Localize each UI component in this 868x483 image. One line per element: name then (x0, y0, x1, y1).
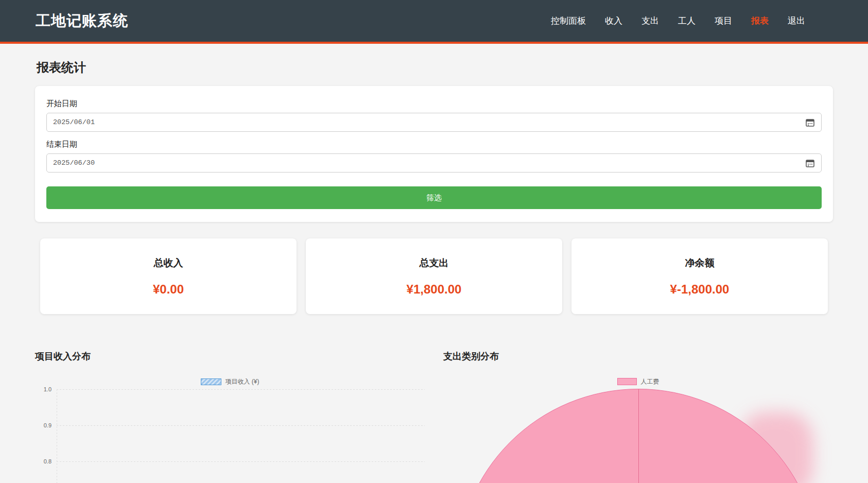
bar-chart-title: 项目收入分布 (35, 350, 425, 363)
y-tick-label: 0.9 (35, 422, 51, 428)
gridline (57, 461, 425, 462)
bar-legend-swatch-icon (201, 378, 221, 385)
top-navbar: 工地记账系统 控制面板 收入 支出 工人 项目 报表 退出 (0, 0, 868, 44)
pie-chart-legend[interactable]: 人工费 (443, 378, 833, 385)
nav-li: 控制面板 (551, 15, 586, 27)
nav-li: 收入 (605, 15, 622, 27)
summary-card-net-balance: 净余额 ¥-1,800.00 (571, 238, 828, 314)
nav-item-income[interactable]: 收入 (605, 16, 622, 26)
start-date-label: 开始日期 (46, 99, 822, 109)
pie-legend-swatch-icon (617, 378, 637, 385)
pie-legend-label: 人工费 (641, 377, 659, 386)
app-brand: 工地记账系统 (36, 11, 128, 31)
start-date-field (46, 113, 822, 132)
nav-menu: 控制面板 收入 支出 工人 项目 报表 退出 (551, 15, 805, 27)
charts-row: 项目收入分布 项目收入 (¥) 1.0 0.9 0.8 支出类别分布 人工费 (35, 350, 833, 483)
gridline (57, 389, 425, 390)
date-filter-card: 开始日期 结束日期 (35, 86, 833, 222)
nav-li: 退出 (788, 15, 805, 27)
nav-li: 项目 (715, 15, 732, 27)
summary-cards-row: 总收入 ¥0.00 总支出 ¥1,800.00 净余额 ¥-1,800.00 (35, 238, 833, 314)
y-axis (57, 389, 57, 483)
nav-item-dashboard[interactable]: 控制面板 (551, 16, 586, 26)
summary-title: 总支出 (306, 256, 562, 270)
start-date-input[interactable] (46, 113, 822, 132)
calendar-icon[interactable] (806, 118, 814, 127)
nav-li: 支出 (641, 15, 659, 27)
nav-item-workers[interactable]: 工人 (678, 16, 696, 26)
end-date-input[interactable] (46, 153, 822, 173)
bar-legend-label: 项目收入 (¥) (225, 377, 259, 386)
summary-value: ¥-1,800.00 (571, 282, 828, 297)
expense-category-chart-section: 支出类别分布 人工费 (443, 350, 833, 483)
nav-item-projects[interactable]: 项目 (715, 16, 732, 26)
y-tick-label: 1.0 (35, 386, 51, 392)
pie-chart-canvas (443, 389, 833, 483)
nav-item-logout[interactable]: 退出 (788, 16, 805, 26)
end-date-label: 结束日期 (46, 140, 822, 149)
bar-chart-canvas: 1.0 0.9 0.8 (35, 389, 425, 483)
summary-value: ¥0.00 (40, 282, 297, 297)
summary-title: 净余额 (571, 256, 828, 270)
nav-item-expense[interactable]: 支出 (641, 16, 659, 26)
filter-submit-button[interactable]: 筛选 (46, 186, 822, 209)
calendar-icon[interactable] (806, 159, 814, 167)
summary-card-total-expense: 总支出 ¥1,800.00 (306, 238, 562, 314)
gridline (57, 425, 425, 426)
project-income-chart-section: 项目收入分布 项目收入 (¥) 1.0 0.9 0.8 (35, 350, 425, 483)
summary-value: ¥1,800.00 (306, 282, 562, 297)
summary-card-total-income: 总收入 ¥0.00 (40, 238, 297, 314)
main-content: 报表统计 开始日期 结束日期 (0, 59, 868, 483)
pie-slice-border (638, 389, 639, 483)
end-date-field (46, 153, 822, 173)
page-title: 报表统计 (37, 59, 833, 76)
bar-chart-legend[interactable]: 项目收入 (¥) (35, 378, 425, 385)
summary-title: 总收入 (40, 256, 297, 270)
nav-item-reports[interactable]: 报表 (751, 16, 769, 26)
nav-li: 工人 (678, 15, 696, 27)
pie-chart-title: 支出类别分布 (443, 350, 833, 363)
y-tick-label: 0.8 (35, 458, 51, 464)
nav-li: 报表 (751, 15, 769, 27)
